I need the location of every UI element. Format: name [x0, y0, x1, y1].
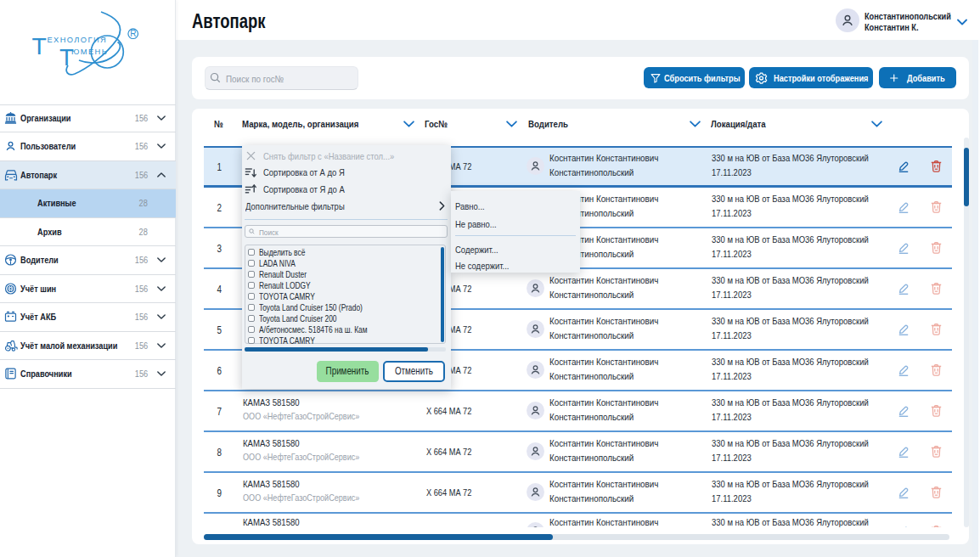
svg-text:ЮМЕНЬ: ЮМЕНЬ — [71, 48, 108, 56]
svg-text:Т: Т — [32, 32, 47, 59]
svg-text:R: R — [130, 29, 136, 38]
svg-text:Т: Т — [59, 44, 74, 70]
svg-text:ЕХНОЛОГИЯ: ЕХНОЛОГИЯ — [48, 36, 108, 44]
